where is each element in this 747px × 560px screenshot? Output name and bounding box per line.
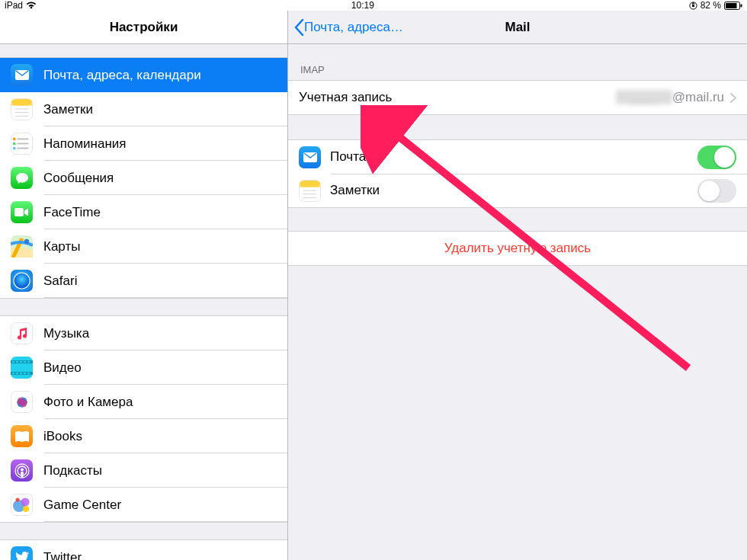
reminders-icon [11,133,33,155]
svg-rect-29 [24,361,26,363]
svg-rect-1 [692,5,694,7]
svg-rect-18 [14,208,24,216]
svg-point-15 [13,142,16,146]
account-row-detail: ____@mail.ru [616,90,724,105]
sidebar-header: Настройки [0,11,287,44]
svg-rect-3 [726,3,737,8]
photos-icon [11,391,33,413]
sidebar-item-maps[interactable]: Карты [0,229,287,264]
toggle-notes-switch[interactable] [697,179,736,203]
svg-rect-28 [20,361,22,363]
svg-point-49 [23,506,29,512]
device-label: iPad [5,0,23,11]
account-row-label: Учетная запись [299,90,616,105]
sidebar-item-label: Twitter [43,550,277,561]
sidebar-item-podcasts[interactable]: Подкасты [0,453,287,488]
account-row[interactable]: Учетная запись ____@mail.ru [288,81,747,114]
messages-icon [11,167,33,189]
clock: 10:19 [37,0,689,11]
content-pane: Почта, адреса… Mail IMAP Учетная запись … [288,11,747,560]
safari-icon [11,270,33,292]
sidebar-item-notes[interactable]: Заметки [0,92,287,126]
svg-rect-8 [11,104,32,106]
group-separator [0,298,287,316]
toggle-mail-switch[interactable] [697,146,736,169]
svg-rect-26 [12,361,14,363]
svg-point-46 [21,468,24,471]
svg-point-48 [21,498,29,506]
sidebar-item-label: Напоминания [43,136,277,152]
gamecenter-icon [11,494,33,516]
back-label: Почта, адреса… [304,20,403,35]
svg-rect-32 [16,373,18,374]
sidebar-item-label: Подкасты [43,463,277,478]
svg-point-22 [14,274,30,289]
sidebar-item-ibooks[interactable]: iBooks [0,419,287,453]
services-group: Почта Заметки [288,139,747,208]
content-title: Mail [505,20,530,35]
sidebar-item-label: Сообщения [43,171,277,186]
sidebar-item-label: Почта, адреса, календари [43,68,277,83]
sidebar-item-gamecenter[interactable]: Game Center [0,488,287,522]
svg-point-13 [13,138,16,141]
svg-rect-31 [12,373,14,374]
sidebar-item-label: Музыка [43,326,277,341]
svg-point-20 [24,239,29,244]
delete-group: Удалить учетную запись [288,231,747,266]
sidebar-item-label: Safari [43,274,277,289]
sidebar-item-photos-camera[interactable]: Фото и Камера [0,385,287,419]
sidebar-item-label: Карты [43,239,277,254]
sidebar-item-safari[interactable]: Safari [0,264,287,298]
svg-point-17 [13,147,16,150]
back-button[interactable]: Почта, адреса… [294,19,403,36]
section-header-imap: IMAP [288,64,747,80]
sidebar-item-video[interactable]: Видео [0,350,287,385]
svg-rect-34 [24,373,26,374]
sidebar-item-twitter[interactable]: Twitter [0,540,287,560]
sidebar-item-label: iBooks [43,429,277,444]
svg-rect-30 [27,361,30,363]
mail-icon [11,64,33,86]
music-icon [11,322,33,344]
delete-account-button[interactable]: Удалить учетную запись [288,232,747,265]
svg-rect-23 [11,357,33,379]
group-separator [0,44,287,58]
sidebar-item-music[interactable]: Музыка [0,316,287,350]
notes-icon [299,180,321,202]
sidebar-item-messages[interactable]: Сообщения [0,161,287,195]
chevron-right-icon [730,93,736,103]
sidebar-item-label: Фото и Камера [43,395,277,410]
sidebar-item-reminders[interactable]: Напоминания [0,126,287,161]
chevron-left-icon [294,19,304,36]
mail-icon [299,146,321,168]
status-bar: iPad 10:19 82 % [0,0,747,11]
ibooks-icon [11,425,33,447]
sidebar-title: Настройки [110,20,178,35]
podcasts-icon [11,459,33,482]
sidebar-item-facetime[interactable]: FaceTime [0,195,287,229]
battery-pct: 82 % [701,0,721,11]
account-group: Учетная запись ____@mail.ru [288,80,747,115]
battery-icon [724,2,742,10]
svg-point-50 [15,498,19,501]
svg-rect-27 [16,361,18,363]
sidebar-item-mail[interactable]: Почта, адреса, календари [0,58,287,92]
svg-rect-33 [20,373,22,374]
content-header: Почта, адреса… Mail [288,11,747,44]
sidebar-item-label: Видео [43,360,277,376]
toggle-notes-label: Заметки [330,183,697,198]
orientation-lock-icon [689,2,697,10]
sidebar-item-label: Game Center [43,498,277,513]
toggle-mail-label: Почта [330,149,697,165]
svg-rect-54 [300,185,320,187]
sidebar-item-label: Заметки [43,102,277,117]
wifi-icon [26,2,37,9]
notes-icon [11,98,33,120]
facetime-icon [11,201,33,223]
delete-account-label: Удалить учетную запись [444,241,591,256]
account-email-redacted: ____ [616,90,672,104]
maps-icon [11,235,33,258]
settings-sidebar: Настройки Почта, адреса, календари Замет… [0,11,288,560]
sidebar-item-label: FaceTime [43,205,277,220]
twitter-icon [11,546,33,560]
